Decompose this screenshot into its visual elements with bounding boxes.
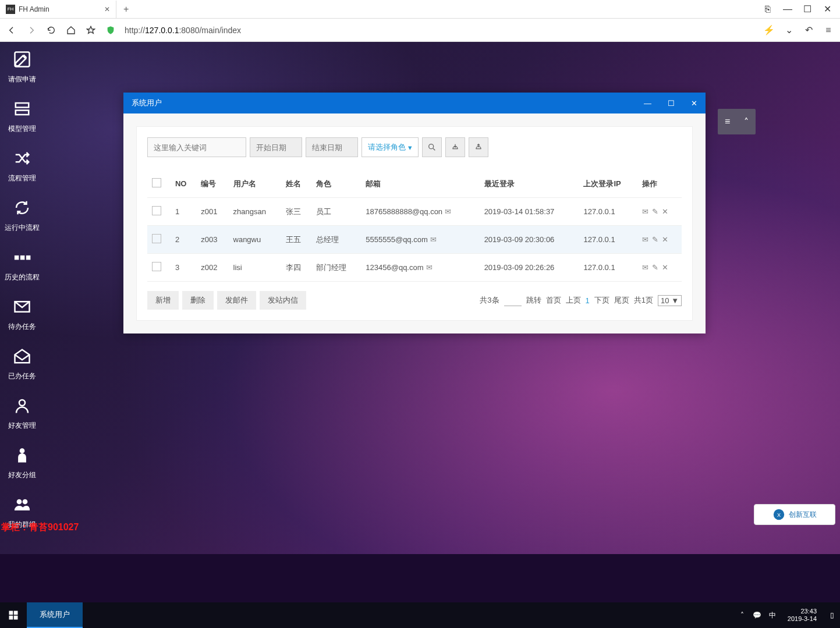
mail-icon[interactable]: ✉	[430, 235, 437, 244]
row-delete-icon[interactable]: ✕	[662, 235, 668, 244]
tray-chat-icon[interactable]: 💬	[753, 611, 762, 620]
search-button[interactable]	[422, 137, 442, 157]
svg-rect-0	[15, 52, 29, 67]
cell-name[interactable]: 王五	[281, 226, 311, 254]
page-prev[interactable]: 上页	[566, 295, 581, 306]
svg-point-7	[19, 400, 25, 406]
svg-rect-15	[14, 611, 18, 615]
page-size-select[interactable]: 10 ▼	[658, 295, 682, 306]
row-edit-icon[interactable]: ✎	[652, 207, 658, 216]
sidebar-item-model[interactable]: 模型管理	[0, 91, 44, 141]
sidebar-item-history[interactable]: 历史的流程	[0, 240, 44, 289]
dialog-body: 请选择角色 ▾ NO 编号 用户名 姓名	[123, 113, 706, 333]
sidebar-item-running[interactable]: 运行中流程	[0, 190, 44, 240]
browser-toolbar: http://127.0.0.1:8080/main/index ⚡ ⌄ ↶ ≡	[0, 19, 840, 42]
select-all-checkbox[interactable]	[152, 178, 161, 187]
browser-tab[interactable]: FH FH Admin ✕	[0, 1, 116, 18]
taskbar-app[interactable]: 系统用户	[27, 602, 83, 628]
sidebar-item-label: 历史的流程	[5, 272, 40, 282]
start-date-input[interactable]	[250, 137, 302, 157]
sidebar-item-leave[interactable]: 请假申请	[0, 42, 44, 91]
tray-up-icon[interactable]: ˄	[738, 611, 747, 620]
star-icon[interactable]	[85, 24, 97, 36]
person-icon	[12, 445, 33, 466]
row-mail-icon[interactable]: ✉	[642, 235, 648, 244]
page-next[interactable]: 下页	[594, 295, 609, 306]
forward-icon[interactable]	[26, 24, 37, 36]
watermark-icon: X	[772, 508, 785, 521]
row-delete-icon[interactable]: ✕	[662, 207, 668, 216]
new-tab-button[interactable]: +	[116, 4, 136, 15]
window-close-icon[interactable]: ✕	[823, 5, 832, 14]
row-checkbox[interactable]	[152, 262, 161, 271]
page-jump-input[interactable]	[504, 295, 522, 306]
clock-time: 23:43	[788, 608, 817, 615]
page-jump[interactable]: 跳转	[526, 295, 541, 306]
page-first[interactable]: 首页	[546, 295, 561, 306]
sidebar-item-todo[interactable]: 待办任务	[0, 289, 44, 339]
cell-username: zhangsan	[229, 198, 281, 226]
favicon-icon: FH	[6, 5, 15, 14]
page-total: 共3条	[480, 295, 499, 306]
clock[interactable]: 23:43 2019-3-14	[783, 608, 821, 623]
row-checkbox[interactable]	[152, 234, 161, 243]
role-placeholder: 请选择角色	[368, 142, 406, 152]
send-mail-button[interactable]: 发邮件	[217, 291, 256, 310]
menu-icon[interactable]: ≡	[823, 24, 834, 36]
table-row[interactable]: 2 z003 wangwu 王五 总经理 5555555@qq.com✉ 201…	[147, 226, 682, 254]
cell-code: z002	[196, 254, 228, 282]
th-ops: 操作	[637, 170, 682, 198]
page-last[interactable]: 尾页	[614, 295, 629, 306]
shield-icon[interactable]	[105, 24, 116, 36]
sidebar-item-friends[interactable]: 好友管理	[0, 388, 44, 438]
envelope-icon	[12, 296, 33, 317]
delete-button[interactable]: 删除	[182, 291, 214, 310]
cell-last-login: 2019-03-09 20:30:06	[480, 226, 579, 254]
send-msg-button[interactable]: 发站内信	[260, 291, 306, 310]
maximize-icon[interactable]: ☐	[803, 5, 812, 14]
tray-ime-icon[interactable]: 中	[768, 611, 777, 620]
chevron-up-icon[interactable]: ˄	[744, 116, 749, 127]
row-mail-icon[interactable]: ✉	[642, 263, 648, 272]
keyword-input[interactable]	[147, 137, 246, 157]
sidebar-item-done[interactable]: 已办任务	[0, 339, 44, 388]
mail-icon[interactable]: ✉	[445, 207, 451, 216]
dialog-maximize-icon[interactable]: ☐	[668, 99, 675, 108]
dialog-titlebar[interactable]: 系统用户 — ☐ ✕	[123, 93, 706, 113]
export-button[interactable]	[445, 137, 465, 157]
row-checkbox[interactable]	[152, 206, 161, 215]
reading-mode-icon[interactable]: ⎘	[763, 5, 772, 14]
dialog-close-icon[interactable]: ✕	[691, 99, 697, 108]
close-icon[interactable]: ✕	[104, 5, 110, 13]
import-button[interactable]	[469, 137, 488, 157]
home-icon[interactable]	[65, 24, 77, 36]
sidebar-item-friend-groups[interactable]: 好友分组	[0, 438, 44, 487]
end-date-input[interactable]	[306, 137, 358, 157]
add-button[interactable]: 新增	[147, 291, 179, 310]
row-mail-icon[interactable]: ✉	[642, 207, 648, 216]
list-icon[interactable]: ≡	[725, 116, 730, 127]
table-row[interactable]: 1 z001 zhangsan 张三 员工 18765888888@qq.con…	[147, 198, 682, 226]
dialog-minimize-icon[interactable]: —	[644, 99, 651, 108]
dialog-system-users: 系统用户 — ☐ ✕ 请选择角色 ▾	[123, 93, 706, 333]
table-row[interactable]: 3 z002 lisi 李四 部门经理 123456@qq.com✉ 2019-…	[147, 254, 682, 282]
role-select[interactable]: 请选择角色 ▾	[361, 137, 419, 157]
tray-notification-icon[interactable]: ▯	[827, 611, 837, 620]
back-icon[interactable]	[6, 24, 17, 36]
refresh-icon[interactable]	[45, 24, 57, 36]
start-button[interactable]	[0, 602, 27, 628]
sidebar-item-label: 流程管理	[8, 173, 36, 183]
row-edit-icon[interactable]: ✎	[652, 263, 658, 272]
users-icon	[12, 494, 33, 515]
row-delete-icon[interactable]: ✕	[662, 263, 668, 272]
bolt-icon[interactable]: ⚡	[763, 24, 775, 36]
url-port: :8080	[179, 26, 199, 35]
row-edit-icon[interactable]: ✎	[652, 235, 658, 244]
undo-icon[interactable]: ↶	[803, 24, 814, 36]
mail-icon[interactable]: ✉	[426, 263, 433, 272]
cell-no: 2	[171, 226, 196, 254]
sidebar-item-process[interactable]: 流程管理	[0, 141, 44, 190]
chevron-down-icon[interactable]: ⌄	[783, 24, 795, 36]
url-bar[interactable]: http://127.0.0.1:8080/main/index	[125, 26, 241, 35]
minimize-icon[interactable]: —	[783, 5, 792, 14]
